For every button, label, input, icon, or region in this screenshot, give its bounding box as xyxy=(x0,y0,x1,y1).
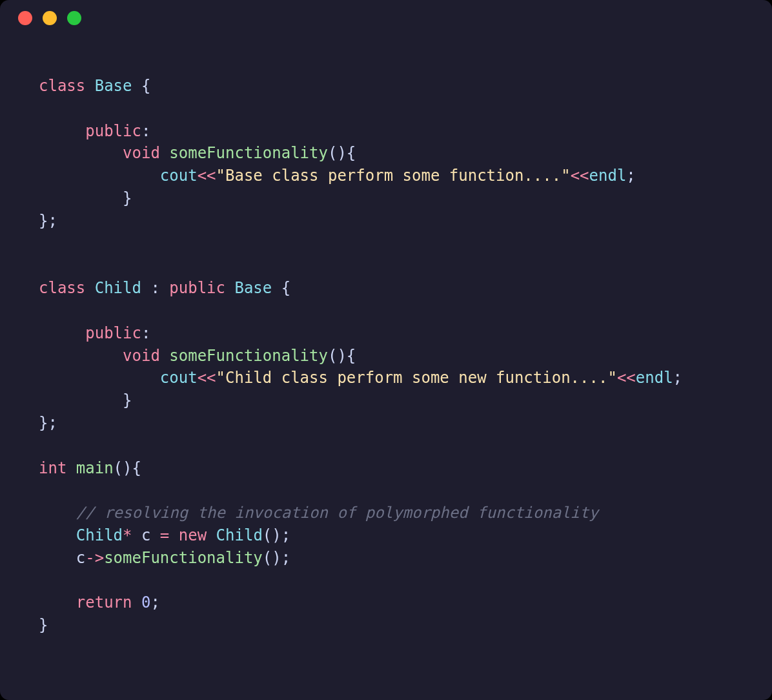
code-line: Child* c = new Child(); xyxy=(39,526,290,544)
code-line: return 0; xyxy=(39,593,160,612)
code-line: void someFunctionality(){ xyxy=(39,347,356,365)
code-line: c->someFunctionality(); xyxy=(39,549,290,567)
code-line: public: xyxy=(39,324,150,342)
code-line: } xyxy=(39,189,132,207)
code-line: } xyxy=(39,616,48,634)
code-editor[interactable]: class Base { public: void someFunctional… xyxy=(0,36,772,663)
code-line: class Child : public Base { xyxy=(39,279,290,297)
code-line: cout<<"Child class perform some new func… xyxy=(39,369,682,387)
titlebar xyxy=(0,0,772,36)
code-line: }; xyxy=(39,414,57,432)
close-icon[interactable] xyxy=(18,11,32,25)
code-line: cout<<"Base class perform some function.… xyxy=(39,167,636,185)
code-line: } xyxy=(39,391,132,409)
code-line: }; xyxy=(39,212,57,230)
maximize-icon[interactable] xyxy=(67,11,81,25)
code-line: void someFunctionality(){ xyxy=(39,144,356,162)
code-line: public: xyxy=(39,122,150,140)
code-line: int main(){ xyxy=(39,459,141,477)
code-line: // resolving the invocation of polymorph… xyxy=(39,504,598,522)
minimize-icon[interactable] xyxy=(43,11,57,25)
code-line: class Base { xyxy=(39,77,150,95)
code-window: class Base { public: void someFunctional… xyxy=(0,0,772,700)
